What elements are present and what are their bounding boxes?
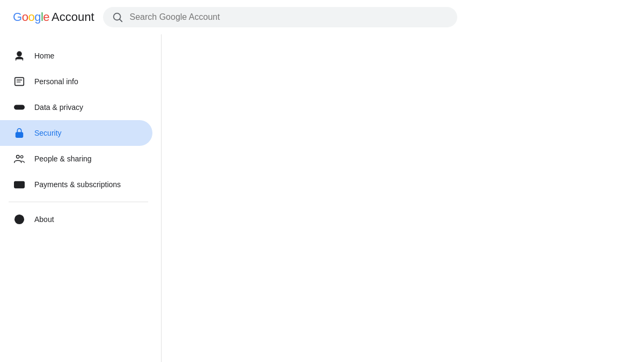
sidebar-item-about[interactable]: About — [0, 206, 152, 232]
sidebar-item-security-label: Security — [34, 129, 62, 137]
svg-line-1 — [120, 19, 122, 21]
svg-point-10 — [20, 106, 23, 109]
people-sharing-icon — [13, 152, 26, 165]
sidebar-item-home[interactable]: Home — [0, 43, 152, 69]
svg-rect-5 — [15, 78, 24, 86]
account-wordmark: Account — [52, 10, 94, 24]
google-account-logo[interactable]: Google Account — [13, 10, 94, 24]
about-icon — [13, 213, 26, 226]
header: Google Account — [0, 0, 644, 34]
svg-rect-15 — [14, 182, 24, 188]
home-icon — [13, 49, 26, 62]
svg-point-14 — [20, 156, 23, 158]
search-input[interactable] — [130, 12, 449, 22]
svg-point-12 — [19, 134, 20, 136]
payments-icon — [13, 178, 26, 191]
security-icon — [13, 127, 26, 139]
sidebar-item-data-privacy-label: Data & privacy — [34, 103, 83, 112]
personal-info-icon — [13, 75, 26, 88]
google-wordmark: Google — [13, 10, 49, 24]
sidebar-item-people-sharing[interactable]: People & sharing — [0, 146, 152, 172]
main-content: Home Personal info — [0, 34, 644, 362]
sidebar-item-data-privacy[interactable]: Data & privacy — [0, 94, 152, 120]
sidebar-item-security[interactable]: Security — [0, 120, 152, 146]
svg-point-20 — [19, 217, 20, 218]
sidebar-item-personal-info-label: Personal info — [34, 77, 78, 86]
search-icon — [112, 11, 123, 23]
sidebar-item-about-label: About — [34, 215, 54, 224]
sidebar-item-payments-label: Payments & subscriptions — [34, 180, 121, 189]
data-privacy-icon — [13, 101, 26, 114]
sidebar-divider — [9, 202, 148, 202]
sidebar: Home Personal info — [0, 34, 161, 362]
sidebar-item-home-label: Home — [34, 51, 54, 60]
sidebar-item-personal-info[interactable]: Personal info — [0, 69, 152, 94]
content-area — [161, 34, 644, 362]
svg-point-13 — [17, 156, 20, 159]
sidebar-item-people-sharing-label: People & sharing — [34, 154, 92, 163]
search-bar[interactable] — [103, 7, 457, 27]
sidebar-item-payments[interactable]: Payments & subscriptions — [0, 172, 152, 197]
